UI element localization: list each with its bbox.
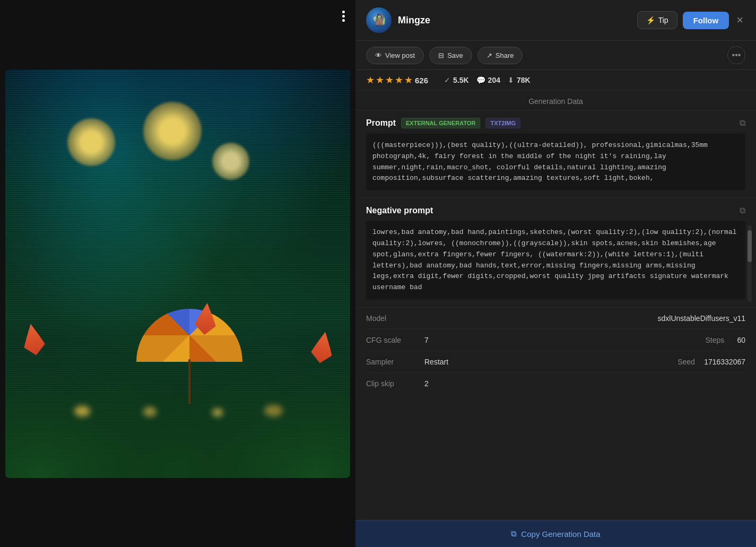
negative-prompt-header: Negative prompt ⧉ [366,206,745,215]
upvotes-stat: ✓ 5.5K [444,76,469,84]
umbrella-canopy [136,309,242,362]
light-orb-3 [212,143,249,180]
copy-gen-label: Copy Generation Data [521,529,600,539]
upvote-icon: ✓ [444,76,450,84]
model-value: sdxlUnstableDiffusers_v11 [658,314,746,323]
follow-button[interactable]: Follow [683,12,729,29]
clip-value: 2 [424,379,429,388]
sampler-seed-row: Sampler Restart Seed 1716332067 [366,351,745,373]
avatar: 🧌 [366,7,392,33]
copy-generation-data-button[interactable]: ⧉ Copy Generation Data [355,520,756,547]
star-1: ★ [366,74,375,86]
view-post-button[interactable]: 👁 View post [366,47,424,64]
prompt-text: (((masterpiece))),(best quality),((ultra… [366,134,745,190]
negative-prompt-section: Negative prompt ⧉ lowres,bad anatomy,bad… [355,198,756,308]
model-row: Model sdxlUnstableDiffusers_v11 [366,308,745,329]
cfg-value: 7 [424,336,429,344]
right-panel: 🧌 Mingze ⚡ Tip Follow × 👁 View post ⊟ Sa… [355,0,756,547]
downloads-stat: ⬇ 78K [508,76,531,84]
main-image [5,70,350,478]
umbrella [136,309,242,404]
external-generator-tag: EXTERNAL GENERATOR [401,118,480,128]
action-bar: 👁 View post ⊟ Save ↗ Share ••• [355,41,756,70]
upvote-count: 5.5K [453,76,469,84]
txt2img-tag: TXT2IMG [485,118,520,128]
params-section: Model sdxlUnstableDiffusers_v11 CFG scal… [355,308,756,394]
stats-row: ★ ★ ★ ★ ★ 626 ✓ 5.5K 💬 204 ⬇ 78K [355,70,756,91]
star-rating: ★ ★ ★ ★ ★ [366,74,413,86]
steps-value: 60 [737,336,745,344]
cfg-label: CFG scale [366,336,424,344]
generation-data-title: Generation Data [355,91,756,110]
negative-prompt-text: lowres,bad anatomy,bad hand,paintings,sk… [366,221,745,300]
comment-count: 204 [488,76,500,84]
clip-label: Clip skip [366,379,424,388]
star-3: ★ [385,74,394,86]
close-button[interactable]: × [734,11,745,29]
image-panel [0,0,355,547]
prompt-section: Prompt EXTERNAL GENERATOR TXT2IMG ⧉ (((m… [355,110,756,198]
scrollbar[interactable] [748,225,752,302]
username-label: Mingze [398,15,631,26]
share-label: Share [496,51,514,59]
download-count: 78K [517,76,531,84]
star-5: ★ [404,74,413,86]
prompt-header: Prompt EXTERNAL GENERATOR TXT2IMG ⧉ [366,118,745,128]
prompt-label: Prompt [366,118,396,128]
scrollbar-thumb[interactable] [748,230,752,262]
save-label: Save [447,51,463,59]
content-area[interactable]: Generation Data Prompt EXTERNAL GENERATO… [355,91,756,520]
copy-negative-icon[interactable]: ⧉ [740,206,745,215]
negative-prompt-label: Negative prompt [366,206,433,215]
save-button[interactable]: ⊟ Save [429,47,472,64]
share-button[interactable]: ↗ Share [477,47,523,64]
sampler-label: Sampler [366,358,424,366]
lightning-icon: ⚡ [646,16,655,24]
view-post-label: View post [385,51,415,59]
star-2: ★ [376,74,384,86]
header: 🧌 Mingze ⚡ Tip Follow × [355,0,756,41]
light-orb-1 [67,118,115,166]
copy-gen-icon: ⧉ [511,529,517,539]
seed-value: 1716332067 [704,358,745,366]
tip-label: Tip [658,16,668,24]
action-bar-more-button[interactable]: ••• [727,46,745,64]
eye-icon: 👁 [375,51,382,59]
light-orb-2 [143,102,202,160]
clip-skip-row: Clip skip 2 [366,373,745,394]
umbrella-handle [188,359,190,404]
save-icon: ⊟ [438,51,444,59]
ground-light-1 [74,406,90,416]
download-icon: ⬇ [508,76,514,84]
model-label: Model [366,314,424,323]
ground-light-4 [264,405,283,416]
ground-light-2 [143,407,157,416]
copy-prompt-icon[interactable]: ⧉ [740,118,745,128]
header-actions: ⚡ Tip Follow × [637,11,745,29]
comment-icon: 💬 [476,76,485,84]
steps-label: Steps [705,336,737,344]
rating-count: 626 [415,76,428,85]
image-more-button[interactable] [342,11,345,22]
seed-label: Seed [677,358,704,366]
share-icon: ↗ [486,51,492,59]
tip-button[interactable]: ⚡ Tip [637,11,677,29]
cfg-steps-row: CFG scale 7 Steps 60 [366,329,745,351]
ground-light-3 [212,409,223,416]
avatar-image: 🧌 [366,7,392,33]
star-4: ★ [395,74,403,86]
comments-stat: 💬 204 [476,76,500,84]
sampler-value: Restart [424,358,448,366]
